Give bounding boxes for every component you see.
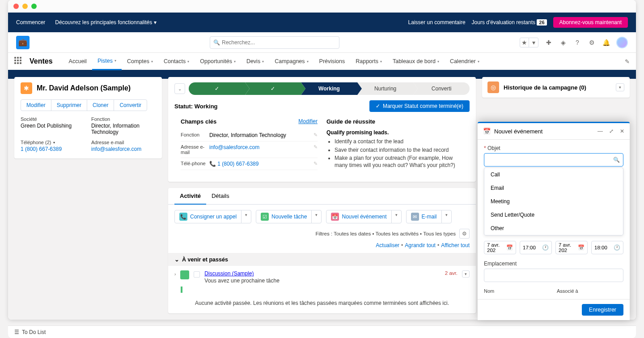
kf-email[interactable]: info@salesforce.com [209,144,259,150]
nav-rapports[interactable]: Rapports▾ [350,52,387,70]
nav-previsions[interactable]: Prévisions [314,52,351,70]
new-task-button[interactable]: ☑Nouvelle tâche [256,210,311,223]
path-stage-working[interactable]: Working [301,82,357,95]
expand-item-icon[interactable]: › [174,272,176,277]
lead-clone-button[interactable]: Cloner [87,100,114,111]
nav-pistes[interactable]: Pistes▾ [92,52,122,70]
name-label: Nom [484,288,551,294]
subject-option-letter[interactable]: Send Letter/Quote [484,208,623,222]
event-icon: 📅 [331,213,339,221]
refresh-link[interactable]: Actualiser [376,242,399,248]
user-avatar[interactable] [616,37,628,48]
minimize-modal-icon[interactable]: — [597,128,603,134]
no-past-activity-text: Aucune activité passée. Les réunions et … [168,293,476,313]
new-task-dropdown[interactable]: ▾ [311,210,321,223]
nav-devis[interactable]: Devis▾ [241,52,269,70]
timeline-item-title[interactable]: Discussion (Sample) [204,270,254,277]
calendar-icon: 📅 [483,128,491,135]
start-date-input[interactable]: 7 avr. 202📅 [484,241,516,254]
end-date-input[interactable]: 7 avr. 202📅 [555,241,588,254]
topbar-comment[interactable]: Laisser un commentaire [408,19,466,26]
tab-activite[interactable]: Activité [174,188,206,205]
campaign-menu[interactable]: ▾ [616,83,624,91]
app-launcher-icon[interactable] [14,57,23,66]
phone-label[interactable]: Téléphone (2) ▾ [21,140,85,145]
new-event-button[interactable]: 📅Nouvel événement [326,210,391,223]
caret-down-icon: ▾ [114,59,116,63]
filters-gear-icon[interactable]: ⚙ [459,229,470,239]
favorites-dropdown-icon[interactable]: ▾ [529,38,538,47]
tab-details[interactable]: Détails [206,188,235,204]
nav-accueil[interactable]: Accueil [64,52,92,70]
keyfields-edit-link[interactable]: Modifier [298,118,318,125]
subject-option-email[interactable]: Email [484,181,623,195]
path-stage-converti[interactable]: Converti [413,82,470,95]
mark-status-complete-button[interactable]: ✓Marquer Statut comme terminé(e) [369,100,470,112]
app-logo-icon[interactable]: 💼 [16,36,30,49]
maximize-window-dot[interactable] [31,4,37,9]
help-icon[interactable]: ? [573,39,581,47]
guide-title: Guide de réussite [326,118,463,125]
end-time-input[interactable]: 18:00🕐 [591,241,623,254]
upcoming-section-header[interactable]: ⌄À venir et passés [168,253,476,266]
log-call-button[interactable]: 📞Consigner un appel [175,210,241,223]
nav-contacts[interactable]: Contacts▾ [158,52,195,70]
expand-modal-icon[interactable]: ⤢ [609,128,614,134]
email-dropdown[interactable]: ▾ [441,210,451,223]
nav-comptes[interactable]: Comptes▾ [122,52,158,70]
path-collapse-toggle[interactable]: ⌄ [174,83,185,94]
nav-opportunites[interactable]: Opportunités▾ [195,52,241,70]
company-label: Société [21,116,85,122]
email-link[interactable]: info@salesforce.com [91,146,141,152]
calendar-icon: 📅 [506,244,513,251]
salesforce-help-icon[interactable]: ◈ [559,39,567,47]
show-all-link[interactable]: Afficher tout [441,242,470,248]
email-button[interactable]: ✉E-mail [407,210,441,223]
close-modal-icon[interactable]: ✕ [620,128,624,134]
guide-subtitle: Qualify promising leads. [326,129,463,136]
subject-option-other[interactable]: Other [484,222,623,235]
new-event-dropdown[interactable]: ▾ [391,210,401,223]
close-window-dot[interactable] [13,4,19,9]
subject-input[interactable] [484,153,623,167]
edit-nav-pencil-icon[interactable]: ✎ [625,58,630,65]
edit-pencil-icon[interactable]: ✎ [314,132,318,138]
campaign-history-title[interactable]: Historique de la campagne (0) [504,84,611,91]
notifications-bell-icon[interactable]: 🔔 [602,39,610,47]
add-icon[interactable]: ✚ [545,39,553,47]
edit-pencil-icon[interactable]: ✎ [314,161,318,167]
subject-option-meeting[interactable]: Meeting [484,195,623,208]
path-stage-2[interactable]: ✓ [245,82,301,95]
path-stage-nurturing[interactable]: Nurturing [357,82,414,95]
task-checkbox[interactable] [194,271,200,278]
minimize-window-dot[interactable] [22,4,28,9]
save-button[interactable]: Enregistrer [582,304,623,316]
guide-item: Identify a contact for the lead [335,138,463,145]
phone-link[interactable]: 1 (800) 667-6389 [21,146,62,152]
topbar-discover[interactable]: Découvrez les principales fonctionnalité… [55,19,157,26]
edit-pencil-icon[interactable]: ✎ [314,144,318,155]
favorites-icon[interactable]: ★ [520,38,529,47]
search-icon[interactable]: 🔍 [613,157,620,163]
global-search-input[interactable] [210,36,339,49]
setup-gear-icon[interactable]: ⚙ [588,39,596,47]
log-call-dropdown[interactable]: ▾ [241,210,251,223]
subscribe-button[interactable]: Abonnez-vous maintenant [553,17,628,28]
lead-edit-button[interactable]: Modifier [21,100,51,111]
timeline-item-menu[interactable]: ▾ [462,270,470,278]
nav-tableaux[interactable]: Tableaux de bord▾ [387,52,445,70]
modal-title: Nouvel événement [494,128,591,135]
location-input[interactable] [484,269,623,282]
lead-icon: ✱ [21,82,32,94]
subject-option-call[interactable]: Call [484,168,623,181]
kf-function: Director, Information Technology [209,132,314,138]
lead-convert-button[interactable]: Convertir [114,100,147,111]
nav-campagnes[interactable]: Campagnes▾ [269,52,314,70]
nav-calendrier[interactable]: Calendrier▾ [445,52,485,70]
kf-phone[interactable]: 📞 1 (800) 667-6389 [209,161,258,167]
path-stage-1[interactable]: ✓ [189,82,245,95]
start-time-input[interactable]: 17:00🕐 [520,241,552,254]
topbar-start[interactable]: Commencer [16,19,45,26]
lead-delete-button[interactable]: Supprimer [51,100,87,111]
expand-all-link[interactable]: Agrandir tout [405,242,436,248]
